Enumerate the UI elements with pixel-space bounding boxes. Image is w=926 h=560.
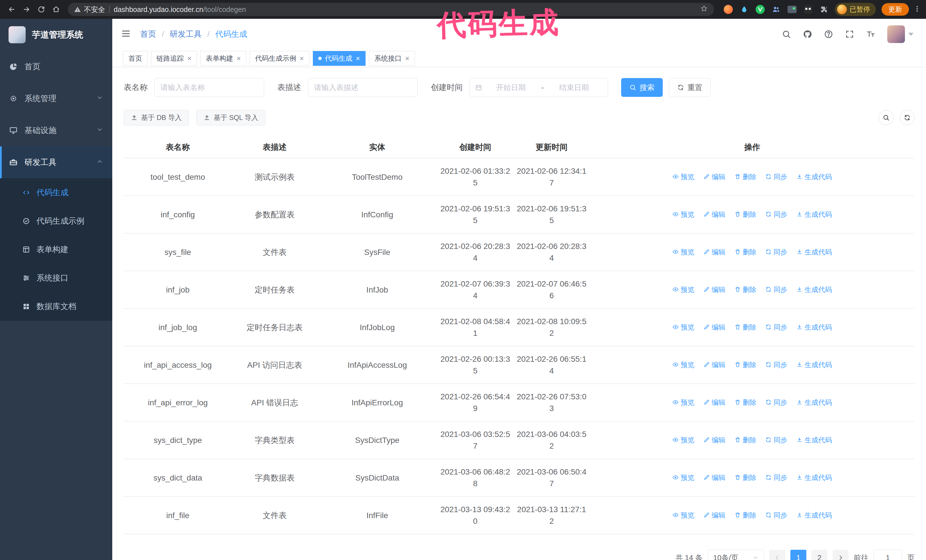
delete-link[interactable]: 删除 [735, 397, 757, 408]
sidebar-toggle-icon[interactable] [121, 29, 131, 40]
generate-code-link[interactable]: 生成代码 [796, 509, 832, 521]
bookmark-star-icon[interactable] [701, 5, 708, 14]
help-icon[interactable] [824, 30, 833, 39]
breadcrumb-devtools[interactable]: 研发工具 [170, 29, 202, 39]
sidebar-item-form-builder[interactable]: 表单构建 [0, 235, 112, 264]
search-button[interactable]: 搜索 [621, 78, 663, 97]
fullscreen-icon[interactable] [845, 30, 854, 39]
close-icon[interactable]: × [356, 55, 360, 62]
edit-link[interactable]: 编辑 [704, 509, 725, 521]
sync-link[interactable]: 同步 [765, 509, 787, 521]
puzzle-extensions-icon[interactable] [819, 4, 829, 15]
sync-link[interactable]: 同步 [765, 208, 787, 220]
refresh-table-button[interactable] [900, 110, 915, 125]
goto-page-input[interactable] [873, 550, 902, 560]
edit-link[interactable]: 编辑 [704, 246, 725, 258]
edit-link[interactable]: 编辑 [704, 171, 725, 183]
browser-reload-icon[interactable] [35, 3, 48, 16]
tab-system-api[interactable]: 系统接口× [369, 51, 415, 66]
preview-link[interactable]: 预览 [672, 397, 694, 408]
preview-link[interactable]: 预览 [672, 359, 694, 371]
sidebar-item-infra[interactable]: 基础设施 [0, 115, 112, 146]
browser-menu-icon[interactable] [914, 5, 921, 14]
search-icon[interactable] [782, 30, 791, 39]
sync-link[interactable]: 同步 [765, 171, 787, 183]
tab-trace[interactable]: 链路追踪× [151, 51, 197, 66]
browser-profile-chip[interactable]: 已暂停 [835, 3, 876, 16]
delete-link[interactable]: 删除 [735, 509, 757, 521]
delete-link[interactable]: 删除 [735, 284, 757, 295]
import-db-button[interactable]: 基于 DB 导入 [124, 110, 189, 125]
preview-link[interactable]: 预览 [672, 208, 694, 220]
edit-link[interactable]: 编辑 [704, 434, 725, 446]
browser-forward-icon[interactable] [20, 3, 33, 16]
people-extension-icon[interactable] [771, 4, 781, 15]
sidebar-item-codegen-example[interactable]: 代码生成示例 [0, 207, 112, 235]
edit-link[interactable]: 编辑 [704, 284, 725, 295]
generate-code-link[interactable]: 生成代码 [796, 321, 832, 333]
preview-link[interactable]: 预览 [672, 284, 694, 295]
generate-code-link[interactable]: 生成代码 [796, 171, 832, 183]
preview-link[interactable]: 预览 [672, 246, 694, 258]
edit-link[interactable]: 编辑 [704, 359, 725, 371]
security-warning[interactable]: 不安全 [74, 5, 105, 14]
preview-link[interactable]: 预览 [672, 321, 694, 333]
browser-address-bar[interactable]: 不安全 dashboard.yudao.iocoder.cn/tool/code… [68, 3, 714, 16]
close-icon[interactable]: × [187, 55, 191, 62]
tab-form-builder[interactable]: 表单构建× [200, 51, 246, 66]
generate-code-link[interactable]: 生成代码 [796, 208, 832, 220]
prev-page-button[interactable] [769, 550, 785, 560]
monkey-extension-icon[interactable] [803, 4, 813, 15]
reset-button[interactable]: 重置 [669, 78, 711, 97]
browser-home-icon[interactable] [50, 3, 63, 16]
generate-code-link[interactable]: 生成代码 [796, 397, 832, 408]
sidebar-item-system[interactable]: 系统管理 [0, 83, 112, 115]
delete-link[interactable]: 删除 [735, 434, 757, 446]
edit-link[interactable]: 编辑 [704, 321, 725, 333]
fox-extension-icon[interactable] [723, 4, 733, 15]
edit-link[interactable]: 编辑 [704, 472, 725, 483]
github-icon[interactable] [803, 30, 812, 39]
droplet-extension-icon[interactable] [739, 4, 749, 15]
tab-codegen[interactable]: 代码生成× [313, 51, 366, 66]
sync-link[interactable]: 同步 [765, 359, 787, 371]
generate-code-link[interactable]: 生成代码 [796, 472, 832, 483]
sync-link[interactable]: 同步 [765, 246, 787, 258]
toggle-search-button[interactable] [879, 110, 894, 125]
date-range-input[interactable]: 开始日期 - 结束日期 [469, 78, 608, 97]
breadcrumb-home[interactable]: 首页 [140, 29, 156, 39]
tab-home[interactable]: 首页 [123, 51, 148, 66]
preview-link[interactable]: 预览 [672, 171, 694, 183]
next-page-button[interactable] [832, 550, 849, 560]
edit-link[interactable]: 编辑 [704, 208, 725, 220]
app-logo[interactable]: 芋道管理系统 [0, 19, 112, 51]
preview-link[interactable]: 预览 [672, 434, 694, 446]
table-desc-input[interactable] [308, 78, 418, 97]
browser-back-icon[interactable] [5, 3, 18, 16]
close-icon[interactable]: × [236, 55, 241, 62]
close-icon[interactable]: × [300, 55, 304, 62]
sync-link[interactable]: 同步 [765, 472, 787, 483]
delete-link[interactable]: 删除 [735, 208, 757, 220]
generate-code-link[interactable]: 生成代码 [796, 434, 832, 446]
generate-code-link[interactable]: 生成代码 [796, 284, 832, 295]
font-size-icon[interactable] [866, 30, 875, 39]
delete-link[interactable]: 删除 [735, 359, 757, 371]
generate-code-link[interactable]: 生成代码 [796, 246, 832, 258]
user-avatar[interactable] [887, 25, 914, 43]
generate-code-link[interactable]: 生成代码 [796, 359, 832, 371]
delete-link[interactable]: 删除 [735, 472, 757, 483]
edit-link[interactable]: 编辑 [704, 397, 725, 408]
sidebar-item-devtools[interactable]: 研发工具 [0, 146, 112, 178]
delete-link[interactable]: 删除 [735, 321, 757, 333]
delete-link[interactable]: 删除 [735, 246, 757, 258]
vue-devtools-extension-icon[interactable] [755, 4, 765, 15]
preview-link[interactable]: 预览 [672, 509, 694, 521]
sync-link[interactable]: 同步 [765, 434, 787, 446]
sidebar-item-home[interactable]: 首页 [0, 51, 112, 83]
preview-link[interactable]: 预览 [672, 472, 694, 483]
sidebar-item-system-api[interactable]: 系统接口 [0, 264, 112, 292]
delete-link[interactable]: 删除 [735, 171, 757, 183]
sidebar-item-db-doc[interactable]: 数据库文档 [0, 292, 112, 321]
tab-codegen-example[interactable]: 代码生成示例× [250, 51, 309, 66]
